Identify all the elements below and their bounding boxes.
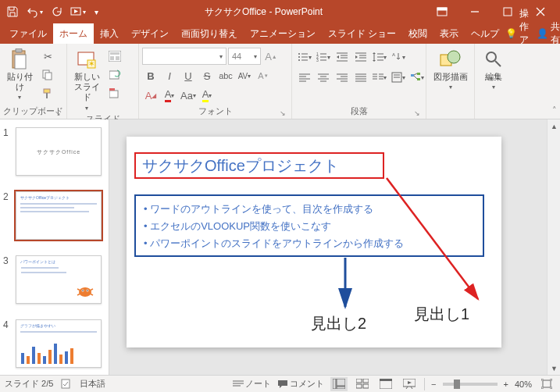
clear-format-icon[interactable]: A◢ [142,87,159,104]
tab-view[interactable]: 表示 [433,23,465,44]
underline-icon[interactable]: U [180,67,197,84]
highlight-icon[interactable]: A▾ [198,87,216,104]
slide-thumbnail-panel[interactable]: 1 サクサクOffice 2 サクサクOfficeプロジェクト 3 パワーポイン… [0,119,109,375]
bold-icon[interactable]: B [142,67,159,84]
thumbnail-3[interactable]: 3 パワーポイントとは [0,248,109,312]
svg-rect-9 [15,55,26,69]
comments-button[interactable]: コメント [277,378,324,390]
start-from-beginning-icon[interactable]: ▾ [69,2,87,21]
share-button[interactable]: 👤共有 [537,20,560,47]
shapes-button[interactable]: 図形描画 ▾ [430,45,471,91]
paste-button[interactable]: 貼り付け ▾ [3,45,36,102]
reading-view-icon[interactable] [377,377,394,391]
svg-point-83 [79,287,91,297]
new-slide-button[interactable]: ✶ 新しい スライド ▾ [70,45,103,112]
slide-editor[interactable]: サクサクOfficeプロジェクト ワードのアウトラインを使って、目次を作成する … [109,119,560,375]
numbering-icon[interactable]: 123▾ [314,48,333,66]
align-left-icon[interactable] [295,68,314,87]
sorter-view-icon[interactable] [354,377,371,391]
editing-button[interactable]: 編集 ▾ [478,45,509,91]
font-color-icon[interactable]: A▾ [161,87,178,104]
zoom-in-icon[interactable]: + [504,380,508,389]
change-case-icon[interactable]: Aa▾ [180,87,197,104]
status-language[interactable]: 日本語 [80,378,105,390]
smartart-icon[interactable]: ▾ [408,68,426,87]
strikethrough-icon[interactable]: S [198,67,216,84]
grow-font-icon[interactable]: A▲ [262,48,280,65]
thumb-number: 4 [3,319,12,368]
zoom-out-icon[interactable]: − [431,380,436,389]
new-slide-label: 新しい スライド [70,72,103,103]
tab-help[interactable]: ヘルプ [465,23,505,44]
italic-icon[interactable]: I [161,67,178,84]
tab-home[interactable]: ホーム [53,23,94,44]
shadow-icon[interactable]: abc [217,67,234,84]
font-launcher-icon[interactable]: ↘ [279,109,287,117]
status-slide-number[interactable]: スライド 2/5 [5,378,53,390]
svg-rect-8 [16,48,22,52]
thumbnail-4[interactable]: 4 グラフが描きやすい [0,312,109,375]
columns-icon[interactable]: ▾ [370,68,389,87]
zoom-value[interactable]: 40% [515,380,532,389]
tab-design[interactable]: デザイン [125,23,175,44]
reset-icon[interactable] [106,66,123,84]
tab-transitions[interactable]: 画面切り替え [175,23,244,44]
ribbon-display-icon[interactable] [426,0,458,23]
svg-rect-99 [337,379,345,386]
clipboard-launcher-icon[interactable]: ↘ [54,109,62,117]
section-icon[interactable] [106,85,123,102]
svg-rect-74 [411,74,414,77]
align-right-icon[interactable] [333,68,351,87]
tab-insert[interactable]: 挿入 [94,23,125,44]
fit-window-icon[interactable] [538,377,555,391]
align-text-icon[interactable]: ▾ [389,68,408,87]
layout-icon[interactable] [106,48,123,65]
undo-icon[interactable]: ▾ [25,2,44,21]
copy-icon[interactable] [39,66,56,84]
svg-rect-2 [437,8,447,10]
line-spacing-icon[interactable]: ▾ [370,48,389,66]
character-spacing-icon[interactable]: AV▾ [236,67,253,84]
scroll-up-icon[interactable]: ▲ [548,119,560,133]
notes-button[interactable]: ノート [233,378,271,390]
slide-canvas[interactable]: サクサクOfficeプロジェクト ワードのアウトラインを使って、目次を作成する … [127,137,501,347]
cut-icon[interactable]: ✂ [39,48,56,65]
collapse-ribbon-icon[interactable]: ˄ [552,105,557,116]
tab-file[interactable]: ファイル [3,23,53,44]
format-painter-icon[interactable] [39,85,56,102]
align-center-icon[interactable] [314,68,333,87]
font-size-combo[interactable]: 44▾ [228,48,261,65]
slideshow-view-icon[interactable] [401,377,418,391]
scroll-down-icon[interactable]: ▼ [548,362,560,375]
thumbnail-1[interactable]: 1 サクサクOffice [0,119,109,184]
bullets-icon[interactable]: ▾ [295,48,314,66]
svg-rect-76 [417,78,420,80]
svg-rect-12 [44,89,50,93]
shrink-font-icon[interactable]: A▼ [255,67,272,84]
svg-rect-110 [543,380,551,387]
text-direction-icon[interactable]: A▾ [389,48,408,66]
tab-slideshow[interactable]: スライド ショー [322,23,402,44]
svg-rect-22 [109,91,118,98]
qat-customize-icon[interactable]: ▾ [91,2,102,21]
font-family-combo[interactable]: ▾ [142,48,226,65]
vertical-scrollbar[interactable]: ▲ ▼ [547,119,560,375]
slide-title-placeholder[interactable]: サクサクOfficeプロジェクト [134,152,384,179]
spellcheck-icon[interactable] [61,378,72,390]
increase-indent-icon[interactable] [351,48,370,66]
zoom-slider[interactable] [443,383,498,386]
svg-rect-23 [109,88,115,91]
justify-icon[interactable] [351,68,370,87]
tab-animations[interactable]: アニメーション [244,23,322,44]
normal-view-icon[interactable] [330,377,348,391]
svg-point-28 [298,59,300,61]
shapes-icon [440,48,462,70]
decrease-indent-icon[interactable] [333,48,351,66]
redo-icon[interactable] [47,2,66,21]
window-title: サクサクOffice - PowerPoint [102,5,426,19]
minimize-button[interactable] [458,0,491,23]
tab-review[interactable]: 校閲 [402,23,433,44]
save-icon[interactable] [3,2,22,21]
thumbnail-2[interactable]: 2 サクサクOfficeプロジェクト [0,184,109,248]
paragraph-launcher-icon[interactable]: ↘ [413,109,421,117]
